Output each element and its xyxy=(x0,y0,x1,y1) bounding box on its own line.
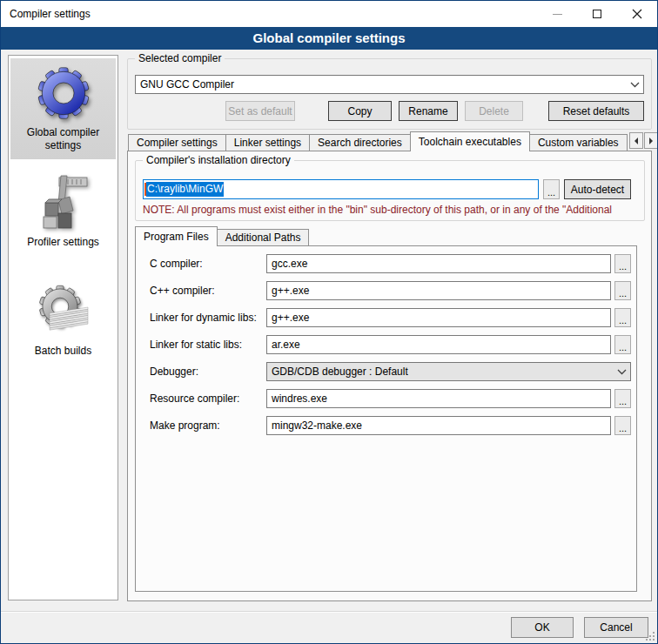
blue-gear-icon xyxy=(10,62,116,124)
make-program-browse-button[interactable]: ... xyxy=(614,416,631,435)
sidebar-item-label: Profiler settings xyxy=(10,234,116,256)
field-row-debugger: Debugger:GDB/CDB debugger : Default xyxy=(136,362,638,381)
minimize-icon xyxy=(553,14,562,15)
installation-note: NOTE: All programs must exist either in … xyxy=(143,204,642,216)
cpp-compiler-value: g++.exe xyxy=(272,285,309,297)
field-row-resource-compiler: Resource compiler:windres.exe... xyxy=(136,389,638,408)
compiler-combobox[interactable]: GNU GCC Compiler xyxy=(135,75,644,94)
debugger-value: GDB/CDB debugger : Default xyxy=(272,366,613,378)
delete-button: Delete xyxy=(465,101,523,121)
sidebar-item-global-compiler-settings[interactable]: Global compiler settings xyxy=(10,58,116,159)
profiler-caliper-icon xyxy=(10,171,116,234)
arrow-left-icon xyxy=(634,138,639,144)
maximize-button[interactable] xyxy=(577,1,617,27)
subtab-program-files[interactable]: Program Files xyxy=(135,226,218,246)
c-compiler-value: gcc.exe xyxy=(272,258,307,270)
resource-compiler-value: windres.exe xyxy=(272,392,327,405)
sidebar-item-profiler-settings[interactable]: Profiler settings xyxy=(10,168,116,256)
make-program-value: mingw32-make.exe xyxy=(272,419,362,432)
cpp-compiler-browse-button[interactable]: ... xyxy=(614,281,631,300)
debugger-combobox[interactable]: GDB/CDB debugger : Default xyxy=(266,362,631,381)
make-program-label: Make program: xyxy=(150,419,220,432)
close-icon xyxy=(632,9,642,19)
tab-scroll-arrows xyxy=(628,132,658,149)
compiler-buttons-row: Set as defaultCopyRenameDeleteReset defa… xyxy=(135,101,644,121)
tab-scroll-right-button[interactable] xyxy=(644,132,658,149)
cpp-compiler-input[interactable]: g++.exe xyxy=(266,281,611,300)
linker-static-label: Linker for static libs: xyxy=(150,339,242,351)
ok-button[interactable]: OK xyxy=(511,617,574,638)
field-row-c-compiler: C compiler:gcc.exe... xyxy=(136,254,638,273)
installation-directory-input[interactable]: C:\raylib\MinGW xyxy=(143,179,539,199)
tab-search-directories[interactable]: Search directories xyxy=(309,134,411,151)
linker-static-browse-button[interactable]: ... xyxy=(614,335,631,354)
close-button[interactable] xyxy=(617,1,657,27)
compiler-combobox-value: GNU GCC Compiler xyxy=(140,78,626,91)
resource-compiler-label: Resource compiler: xyxy=(150,392,239,405)
minimize-button[interactable] xyxy=(537,1,577,27)
cpp-compiler-label: C++ compiler: xyxy=(150,285,215,297)
titlebar: Compiler settings xyxy=(1,1,657,27)
tab-scroll-left-button[interactable] xyxy=(629,132,643,149)
program-files-panel: C compiler:gcc.exe...C++ compiler:g++.ex… xyxy=(135,245,637,592)
selected-compiler-group: Selected compiler GNU GCC Compiler Set a… xyxy=(127,58,652,130)
c-compiler-label: C compiler: xyxy=(150,258,203,270)
arrow-right-icon xyxy=(648,138,654,144)
field-row-cpp-compiler: C++ compiler:g++.exe... xyxy=(136,281,638,300)
tab-compiler-settings[interactable]: Compiler settings xyxy=(128,134,226,151)
tab-linker-settings[interactable]: Linker settings xyxy=(225,134,310,151)
tab-build-options[interactable]: Build options xyxy=(627,134,628,151)
reset-defaults-button[interactable]: Reset defaults xyxy=(548,101,644,121)
toolchain-executables-panel: Compiler's installation directory C:\ray… xyxy=(127,151,652,601)
make-program-input[interactable]: mingw32-make.exe xyxy=(266,416,611,435)
subtab-additional-paths[interactable]: Additional Paths xyxy=(217,229,310,246)
installation-directory-value: C:\raylib\MinGW xyxy=(146,182,224,197)
sidebar-item-label: Global compiler settings xyxy=(10,124,116,159)
linker-dynamic-browse-button[interactable]: ... xyxy=(614,308,631,327)
installation-directory-group-label: Compiler's installation directory xyxy=(143,154,294,166)
resize-grip-icon[interactable] xyxy=(646,632,655,641)
auto-detect-button[interactable]: Auto-detect xyxy=(564,179,631,199)
field-row-make-program: Make program:mingw32-make.exe... xyxy=(136,416,638,435)
resource-compiler-input[interactable]: windres.exe xyxy=(266,389,611,408)
linker-static-input[interactable]: ar.exe xyxy=(266,335,611,354)
batch-builds-gear-icon xyxy=(10,280,116,343)
main-tabs: Compiler settingsLinker settingsSearch d… xyxy=(128,131,628,151)
linker-dynamic-label: Linker for dynamic libs: xyxy=(150,312,257,324)
dialog-banner: Global compiler settings xyxy=(1,27,657,50)
set-as-default-button: Set as default xyxy=(225,101,295,121)
sidebar-item-label: Batch builds xyxy=(10,343,116,365)
field-row-linker-static: Linker for static libs:ar.exe... xyxy=(136,335,638,354)
c-compiler-browse-button[interactable]: ... xyxy=(614,254,631,273)
chevron-down-icon xyxy=(626,82,643,88)
footer-divider xyxy=(1,611,657,613)
copy-button[interactable]: Copy xyxy=(328,101,392,121)
maximize-icon xyxy=(593,10,601,18)
field-row-linker-dynamic: Linker for dynamic libs:g++.exe... xyxy=(136,308,638,327)
c-compiler-input[interactable]: gcc.exe xyxy=(266,254,611,273)
resource-compiler-browse-button[interactable]: ... xyxy=(614,389,631,408)
compiler-settings-window: Compiler settings Global compiler settin… xyxy=(0,0,658,644)
tab-toolchain-executables[interactable]: Toolchain executables xyxy=(410,131,530,151)
selected-compiler-group-label: Selected compiler xyxy=(135,52,225,64)
debugger-label: Debugger: xyxy=(150,366,198,378)
sidebar: Global compiler settingsProfiler setting… xyxy=(8,55,118,600)
tab-custom-variables[interactable]: Custom variables xyxy=(529,134,628,151)
linker-static-value: ar.exe xyxy=(272,339,300,351)
program-files-subtabs: Program FilesAdditional Paths xyxy=(135,226,309,246)
sidebar-item-batch-builds[interactable]: Batch builds xyxy=(10,277,116,365)
browse-directory-button[interactable]: ... xyxy=(543,179,560,199)
linker-dynamic-input[interactable]: g++.exe xyxy=(266,308,611,327)
linker-dynamic-value: g++.exe xyxy=(272,312,309,324)
installation-directory-group: Compiler's installation directory C:\ray… xyxy=(135,160,645,221)
cancel-button[interactable]: Cancel xyxy=(584,617,648,638)
window-title: Compiler settings xyxy=(1,8,537,20)
chevron-down-icon xyxy=(613,369,630,375)
rename-button[interactable]: Rename xyxy=(399,101,458,121)
